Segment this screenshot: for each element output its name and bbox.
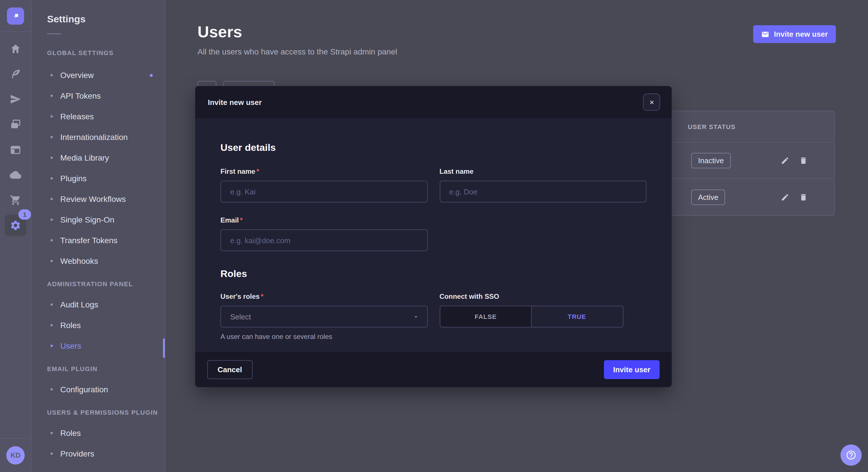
sso-toggle-false[interactable]: FALSE bbox=[440, 306, 531, 327]
sso-toggle-true[interactable]: TRUE bbox=[531, 306, 623, 328]
roles-hint: A user can have one or several roles bbox=[220, 333, 427, 341]
connect-sso-label: Connect with SSO bbox=[439, 293, 646, 301]
select-placeholder: Select bbox=[230, 312, 251, 321]
users-roles-label: User's roles* bbox=[220, 293, 427, 301]
close-icon bbox=[648, 99, 655, 105]
chevron-down-icon bbox=[412, 313, 419, 320]
modal-body: User details First name* Last name Email… bbox=[195, 118, 672, 351]
modal-footer: Cancel Invite user bbox=[195, 351, 672, 387]
close-button[interactable] bbox=[643, 94, 660, 111]
email-label: Email* bbox=[220, 216, 427, 224]
cancel-button[interactable]: Cancel bbox=[207, 360, 252, 379]
invite-new-user-modal: Invite new user User details First name*… bbox=[195, 86, 672, 387]
first-name-label: First name* bbox=[220, 167, 427, 175]
last-name-field[interactable] bbox=[439, 181, 646, 202]
email-field[interactable] bbox=[220, 229, 427, 251]
required-asterisk: * bbox=[260, 293, 263, 301]
last-name-label: Last name bbox=[439, 167, 646, 175]
strapi-admin-app: 1 KD Settings GLOBAL SETTINGS Overview A… bbox=[0, 0, 868, 472]
users-roles-select[interactable]: Select bbox=[220, 306, 427, 328]
required-asterisk: * bbox=[240, 216, 243, 224]
user-details-heading: User details bbox=[220, 142, 646, 154]
modal-header: Invite new user bbox=[195, 86, 672, 118]
roles-heading: Roles bbox=[220, 268, 646, 280]
first-name-field[interactable] bbox=[220, 181, 427, 202]
sso-toggle[interactable]: FALSE TRUE bbox=[439, 306, 623, 328]
modal-title: Invite new user bbox=[208, 98, 262, 106]
invite-user-submit-button[interactable]: Invite user bbox=[604, 360, 660, 379]
required-asterisk: * bbox=[256, 167, 259, 175]
